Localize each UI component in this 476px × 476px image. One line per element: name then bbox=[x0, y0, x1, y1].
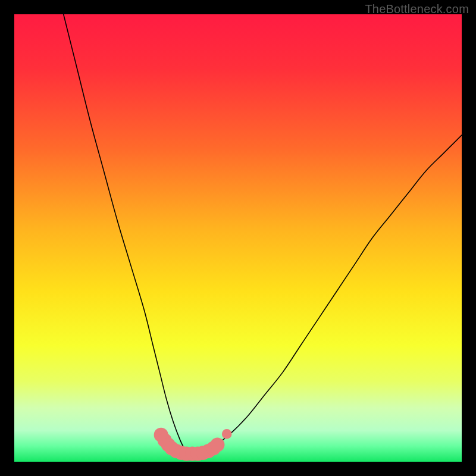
marker-dot bbox=[210, 437, 224, 452]
watermark-text: TheBottleneck.com bbox=[365, 2, 469, 16]
gradient-background bbox=[14, 14, 462, 462]
marker-dot bbox=[222, 429, 232, 439]
chart-frame: TheBottleneck.com bbox=[0, 0, 476, 476]
bottleneck-chart bbox=[14, 14, 462, 462]
plot-area bbox=[14, 14, 462, 462]
